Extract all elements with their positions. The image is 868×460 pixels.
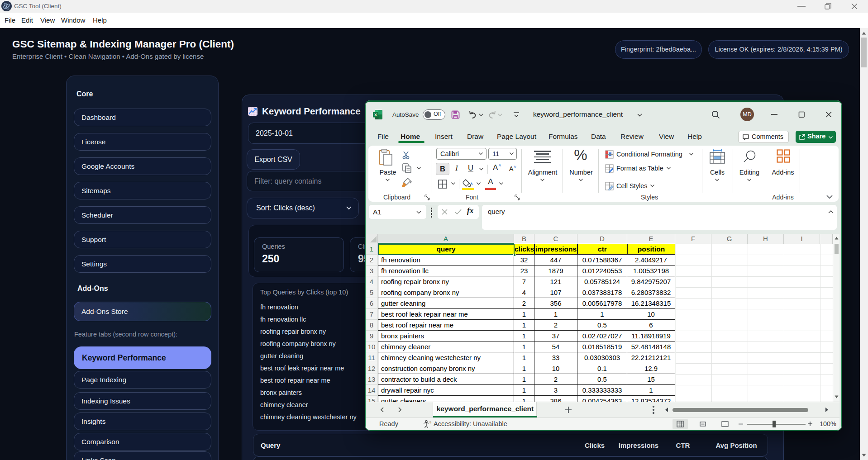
svg-text:?: ?	[429, 421, 431, 425]
svg-text:X: X	[374, 112, 377, 117]
